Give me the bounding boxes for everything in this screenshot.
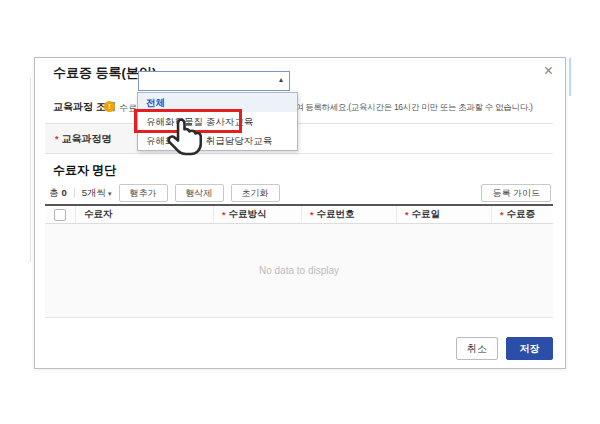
dropdown-option-worker-training[interactable]: 유해화학물질 종사자교육 [138,112,297,131]
roster-table-empty-area: No data to display [45,224,553,318]
header-cell-completion-date: *수료일 [396,206,491,223]
roster-toolbar: 총0 5개씩▾ 행추가 행삭제 초기화 [49,184,280,202]
notice-text-prefix: 수료 [119,102,137,115]
required-mark: * [55,134,59,144]
dropdown-option-handler-training[interactable]: 유해화학물질 취급담당자교육 [138,131,297,150]
required-mark: * [405,210,409,220]
cancel-button[interactable]: 취소 [456,337,498,360]
header-cell-certificate-file: *수료증 [491,206,553,223]
toolbar-separator [74,188,75,198]
page-size-label: 5개씩 [82,187,106,198]
roster-table: 수료자 *수료방식 *수료번호 *수료일 *수료증 No data to dis… [45,204,553,318]
row-divider [45,153,553,154]
header-cell-certificate-number: *수료번호 [301,206,396,223]
roster-section-heading: 수료자 명단 [53,162,116,179]
certificate-registration-modal: 수료증 등록(본인) × 교육과정 조회 ! 수료 여 등록하세요.(교육시간은… [34,57,566,369]
chevron-down-icon: ▾ [108,190,112,197]
total-count-label: 총0 [49,187,67,200]
select-all-checkbox[interactable] [54,209,66,221]
header-cell-trainee: 수료자 [75,206,213,223]
page-size-select[interactable]: 5개씩▾ [82,187,112,200]
registration-guide-button[interactable]: 등록 가이드 [481,184,551,202]
page-background: 수료증 등록(본인) × 교육과정 조회 ! 수료 여 등록하세요.(교육시간은… [0,0,600,424]
required-mark: * [222,210,226,220]
background-scroll-edge-mark [569,58,571,96]
course-type-dropdown-panel: 전체 유해화학물질 종사자교육 유해화학물질 취급담당자교육 [137,92,298,151]
column-label: 수료방식 [229,208,267,221]
header-cell-checkbox [45,206,75,223]
save-button[interactable]: 저장 [506,337,553,360]
total-count-value: 0 [62,187,67,198]
course-type-select[interactable]: ▴ [138,71,290,91]
dropdown-option-all[interactable]: 전체 [138,93,297,112]
notice-exclamation-icon: ! [104,101,115,112]
required-mark: * [310,210,314,220]
total-prefix: 총 [49,187,59,198]
notice-text-suffix: 여 등록하세요.(교육시간은 16시간 미만 또는 초과할 수 없습니다.) [295,102,532,114]
column-label: 수료자 [84,208,113,221]
close-icon[interactable]: × [544,62,553,80]
reset-button[interactable]: 초기화 [231,184,280,202]
course-name-label-text: 교육과정명 [62,133,112,144]
header-cell-completion-method: *수료방식 [213,206,301,223]
add-row-button[interactable]: 행추가 [119,184,168,202]
column-label: 수료일 [412,208,441,221]
delete-row-button[interactable]: 행삭제 [175,184,224,202]
required-mark: * [500,210,504,220]
chevron-up-icon: ▴ [279,75,283,84]
background-page-edge-line [30,78,31,262]
column-label: 수료번호 [317,208,355,221]
empty-data-message: No data to display [259,265,339,276]
roster-table-header: 수료자 *수료방식 *수료번호 *수료일 *수료증 [45,204,553,224]
column-label: 수료증 [507,208,536,221]
